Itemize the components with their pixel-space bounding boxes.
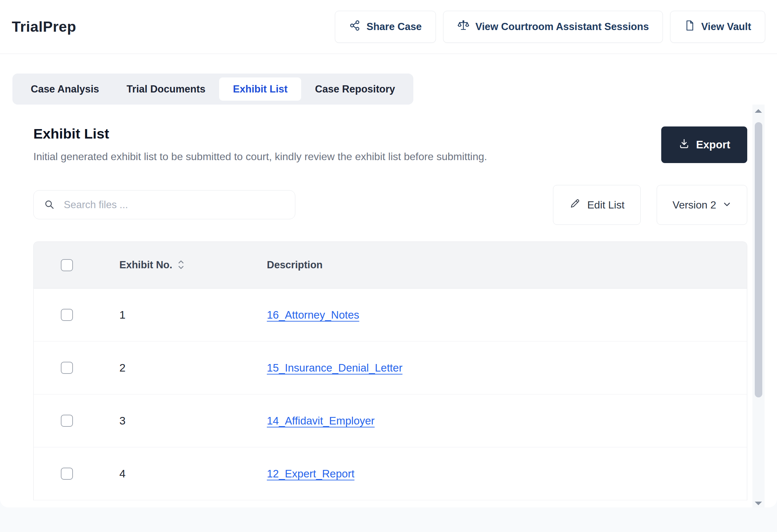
table-row: 1 16_Attorney_Notes xyxy=(34,288,747,342)
scrollbar-up-arrow-icon[interactable] xyxy=(755,109,762,113)
row-1-description-link[interactable]: 16_Attorney_Notes xyxy=(267,309,359,321)
column-header-exhibit-no: Exhibit No. xyxy=(119,259,267,271)
table-header-row: Exhibit No. Desc xyxy=(34,242,747,288)
row-2-description-link[interactable]: 15_Insurance_Denial_Letter xyxy=(267,362,403,374)
column-header-description: Description xyxy=(267,259,747,271)
export-button[interactable]: Export xyxy=(661,126,747,163)
download-icon xyxy=(678,138,690,152)
row-4-description-link[interactable]: 12_Expert_Report xyxy=(267,468,354,480)
row-1-exhibit-no: 1 xyxy=(119,308,267,321)
chevron-down-icon xyxy=(723,199,731,211)
row-3-exhibit-no: 3 xyxy=(119,414,267,427)
scrollbar-down-arrow-icon[interactable] xyxy=(755,502,762,505)
document-icon xyxy=(684,20,695,34)
vertical-scrollbar[interactable] xyxy=(753,105,765,508)
tab-bar: Case Analysis Trial Documents Exhibit Li… xyxy=(12,74,413,105)
row-3-checkbox[interactable] xyxy=(61,415,73,427)
search-input[interactable] xyxy=(33,190,295,219)
version-select[interactable]: Version 2 xyxy=(657,185,747,225)
export-label: Export xyxy=(696,139,730,151)
row-3-description-link[interactable]: 14_Affidavit_Employer xyxy=(267,415,375,427)
page-title: Exhibit List xyxy=(33,125,747,142)
view-courtroom-sessions-button[interactable]: View Courtroom Assistant Sessions xyxy=(443,11,663,43)
description-header-label: Description xyxy=(267,259,323,271)
view-courtroom-sessions-label: View Courtroom Assistant Sessions xyxy=(475,21,649,33)
header-actions: Share Case View Courtroom Assista xyxy=(335,11,765,43)
sort-updown-icon xyxy=(178,259,185,271)
exhibit-table: Exhibit No. Desc xyxy=(33,242,747,500)
version-select-label: Version 2 xyxy=(673,199,716,211)
tab-case-repository[interactable]: Case Repository xyxy=(301,78,409,101)
scales-icon xyxy=(457,19,470,34)
edit-list-label: Edit List xyxy=(587,199,625,211)
row-1-checkbox[interactable] xyxy=(61,309,73,321)
view-vault-label: View Vault xyxy=(701,21,751,33)
row-2-checkbox[interactable] xyxy=(61,362,73,374)
exhibit-list-panel: Export Exhibit List Initial generated ex… xyxy=(12,105,765,508)
page-subtitle: Initial generated exhibit list to be sub… xyxy=(33,150,747,163)
table-controls-row: Edit List Version 2 xyxy=(33,185,747,225)
main-area: Case Analysis Trial Documents Exhibit Li… xyxy=(0,54,777,508)
share-case-label: Share Case xyxy=(366,21,422,33)
row-4-exhibit-no: 4 xyxy=(119,467,267,480)
table-row: 2 15_Insurance_Denial_Letter xyxy=(34,342,747,394)
list-actions: Edit List Version 2 xyxy=(553,185,747,225)
tab-case-analysis[interactable]: Case Analysis xyxy=(17,78,113,101)
pencil-icon xyxy=(569,198,581,212)
app-logo: TrialPrep xyxy=(12,18,76,35)
table-row: 4 12_Expert_Report xyxy=(34,447,747,500)
sort-exhibit-no-button[interactable] xyxy=(178,259,185,271)
search-container xyxy=(33,190,295,219)
view-vault-button[interactable]: View Vault xyxy=(670,11,765,43)
app-header: TrialPrep Share Case xyxy=(0,0,777,54)
exhibit-list-content: Exhibit List Initial generated exhibit l… xyxy=(12,105,765,500)
exhibit-no-header-label: Exhibit No. xyxy=(119,259,172,271)
tab-trial-documents[interactable]: Trial Documents xyxy=(113,78,219,101)
share-nodes-icon xyxy=(349,20,361,34)
select-all-checkbox[interactable] xyxy=(61,259,73,271)
tab-exhibit-list[interactable]: Exhibit List xyxy=(219,78,301,101)
edit-list-button[interactable]: Edit List xyxy=(553,185,641,225)
row-2-exhibit-no: 2 xyxy=(119,362,267,374)
app-window: TrialPrep Share Case xyxy=(0,0,777,508)
share-case-button[interactable]: Share Case xyxy=(335,11,436,43)
row-4-checkbox[interactable] xyxy=(61,468,73,480)
table-row: 3 14_Affidavit_Employer xyxy=(34,394,747,447)
scrollbar-thumb[interactable] xyxy=(755,122,762,397)
